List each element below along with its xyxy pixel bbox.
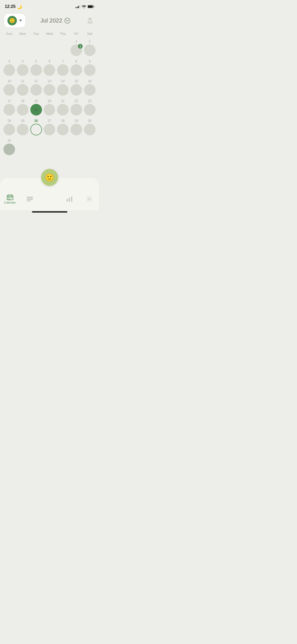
month-chevron-icon[interactable]	[64, 18, 70, 24]
day-circle	[44, 44, 55, 56]
day-10[interactable]: 10	[3, 79, 16, 97]
day-circle	[84, 104, 96, 116]
add-entry-fab[interactable]: 🙂	[41, 169, 58, 186]
svg-rect-5	[8, 197, 9, 198]
day-empty-4	[56, 39, 70, 58]
day-18[interactable]: 18	[16, 98, 30, 117]
day-number: 23	[88, 99, 91, 103]
day-20[interactable]: 20	[43, 98, 56, 117]
day-27[interactable]: 27	[43, 118, 56, 137]
share-icon	[87, 18, 93, 24]
day-number: 26	[34, 119, 38, 123]
day-badge: 1	[78, 44, 83, 49]
day-3[interactable]: 3	[3, 59, 16, 77]
day-number: 12	[34, 79, 38, 83]
day-empty-41	[83, 138, 96, 157]
day-number: 10	[8, 79, 11, 83]
day-number: 17	[8, 99, 11, 103]
day-16[interactable]: 16	[83, 79, 96, 97]
day-7[interactable]: 7	[56, 59, 70, 77]
day-circle	[84, 44, 96, 56]
svg-rect-14	[69, 198, 70, 202]
day-number: 8	[76, 59, 77, 63]
day-29[interactable]: 29	[70, 118, 83, 137]
weekday-thu: Thu	[56, 31, 70, 37]
day-5[interactable]: 5	[29, 59, 43, 77]
fab-container: 🙂	[0, 178, 99, 191]
day-number: 31	[8, 139, 11, 143]
share-button[interactable]	[85, 16, 95, 25]
svg-point-3	[37, 109, 37, 110]
day-17[interactable]: 17	[3, 98, 16, 117]
day-14[interactable]: 14	[56, 79, 70, 97]
day-4[interactable]: 4	[16, 59, 30, 77]
day-empty-40	[70, 138, 83, 157]
day-circle	[17, 104, 29, 116]
face-icon	[33, 106, 40, 113]
avatar: 🙂	[7, 16, 17, 25]
svg-rect-15	[71, 196, 72, 202]
day-11[interactable]: 11	[16, 79, 30, 97]
day-23[interactable]: 23	[83, 98, 96, 117]
weekday-mon: Mon	[16, 31, 30, 37]
month-year-text: Jul 2022	[40, 17, 62, 24]
header: 🙂 Jul 2022	[0, 12, 99, 31]
day-number: 9	[89, 59, 91, 63]
day-number: 4	[22, 59, 24, 63]
time-display: 12:25	[5, 4, 16, 9]
tab-bar: Calendar	[0, 191, 99, 210]
weekday-sat: Sat	[83, 31, 96, 37]
day-15[interactable]: 15	[70, 79, 83, 97]
moon-icon: 🌙	[17, 4, 22, 9]
tab-chart[interactable]	[59, 196, 79, 202]
day-number: 15	[74, 79, 78, 83]
day-31[interactable]: 31	[3, 138, 16, 157]
day-circle	[57, 64, 69, 76]
day-circle	[17, 144, 29, 155]
day-9[interactable]: 9	[83, 59, 96, 77]
day-28[interactable]: 28	[56, 118, 70, 137]
day-circle	[30, 44, 42, 56]
day-8[interactable]: 8	[70, 59, 83, 77]
profile-button[interactable]: 🙂	[4, 14, 25, 27]
day-circle	[44, 124, 55, 135]
day-number: 19	[34, 99, 38, 103]
battery-icon	[88, 5, 94, 8]
day-26[interactable]: 26	[29, 118, 43, 137]
day-12[interactable]: 12	[29, 79, 43, 97]
day-number: 30	[88, 119, 91, 123]
fab-face-icon: 🙂	[45, 173, 54, 182]
day-30[interactable]: 30	[83, 118, 96, 137]
weekday-sun: Sun	[3, 31, 16, 37]
day-2[interactable]: 2	[83, 39, 96, 58]
day-1[interactable]: 11	[70, 39, 83, 58]
day-circle	[17, 124, 29, 135]
day-circle	[84, 84, 96, 96]
day-19[interactable]: 19	[29, 98, 43, 117]
bottom-area: 🙂 Calendar	[0, 178, 99, 215]
tab-list[interactable]	[20, 197, 40, 201]
day-circle	[3, 84, 15, 96]
day-number: 13	[48, 79, 51, 83]
weekday-wed: Wed	[43, 31, 56, 37]
day-22[interactable]: 22	[70, 98, 83, 117]
day-24[interactable]: 24	[3, 118, 16, 137]
day-number: 16	[88, 79, 91, 83]
day-number: 28	[61, 119, 65, 123]
day-number: 6	[49, 59, 50, 63]
day-empty-3	[43, 39, 56, 58]
svg-rect-10	[27, 197, 33, 198]
day-number: 11	[21, 79, 24, 83]
svg-rect-11	[27, 199, 33, 200]
tab-settings[interactable]	[79, 196, 99, 202]
svg-rect-9	[10, 199, 10, 199]
day-25[interactable]: 25	[16, 118, 30, 137]
day-empty-39	[56, 138, 70, 157]
tab-calendar[interactable]: Calendar	[0, 194, 20, 204]
day-circle	[70, 104, 82, 116]
day-6[interactable]: 6	[43, 59, 56, 77]
day-21[interactable]: 21	[56, 98, 70, 117]
day-13[interactable]: 13	[43, 79, 56, 97]
month-title[interactable]: Jul 2022	[40, 17, 70, 24]
svg-point-16	[88, 198, 90, 200]
